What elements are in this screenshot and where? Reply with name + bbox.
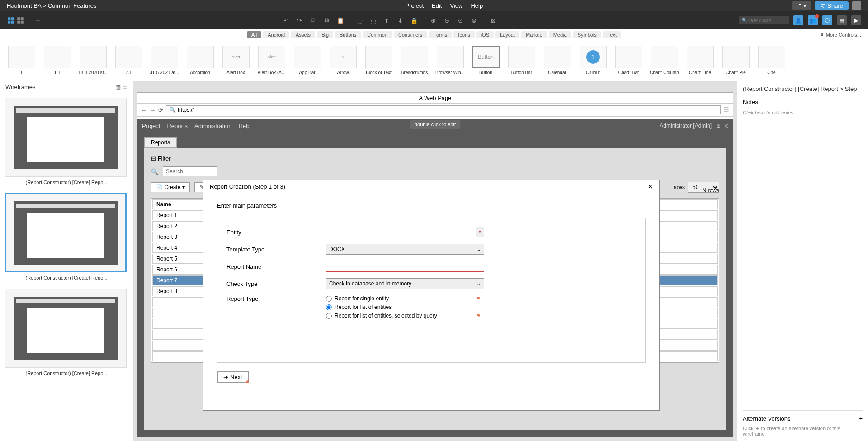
badge-info-icon[interactable]: ⓘ [822,15,832,25]
panel-grid-icon[interactable]: ▦ [115,84,121,90]
radio-list[interactable]: Report for list of entities [326,304,484,310]
filter-symbols[interactable]: Symbols [573,31,601,38]
lib-item-chart-column[interactable]: Chart: Column [647,46,681,75]
panel-list-icon[interactable]: ☰ [122,84,127,90]
notes-hint[interactable]: Click here to edit notes. [743,110,863,115]
breadcrumb-project[interactable]: Haulmont BA [7,2,41,9]
lib-item-breadcrumbs[interactable]: Breadcrumbs [397,46,431,75]
lib-item[interactable]: 31-5-2021 at... [147,46,181,75]
group-icon[interactable]: ⬚ [356,16,364,24]
zoom-fit-icon[interactable]: ⊙ [457,16,465,24]
ungroup-icon[interactable]: ⬚ [369,16,377,24]
more-controls-button[interactable]: ⬇ More Controls... [820,32,861,38]
create-button[interactable]: 📄 Create ▾ [151,182,190,192]
badge-user-icon[interactable]: 👤 [793,15,803,25]
app-menu-help[interactable]: Help [238,123,250,129]
lib-item-accordion[interactable]: Accordion [183,46,217,75]
back-icon[interactable]: ← [141,107,147,114]
entity-select[interactable]: ▼ [326,227,484,237]
lib-item-browser[interactable]: Browser Win... [433,46,467,75]
paste-icon[interactable]: ⧉ [323,16,331,24]
send-back-icon[interactable]: ⬇ [396,16,405,24]
filter-icons[interactable]: Icons [453,31,474,38]
badge-notification-icon[interactable]: 👥 [808,15,818,25]
zoom-actual-icon[interactable]: ⊚ [470,16,478,24]
avatar-icon[interactable] [852,1,861,10]
filter-media[interactable]: Media [549,31,571,38]
badge-present-icon[interactable]: ▶ [851,15,861,25]
filter-forms[interactable]: Forms [429,31,452,38]
bring-front-icon[interactable]: ⬆ [383,16,391,24]
filter-common[interactable]: Common [363,31,392,38]
wireframe-item[interactable]: (Report Constructor) [Create] Repo... [5,289,128,376]
url-field[interactable]: 🔍 https:// [166,105,721,114]
zoom-out-icon[interactable]: ⊖ [443,16,451,24]
windows-icon[interactable]: ⊞ [716,123,721,129]
filter-markup[interactable]: Markup [521,31,547,38]
breadcrumb-page[interactable]: Common Features [48,2,97,9]
lib-item[interactable]: 1 [5,46,38,75]
menu-project[interactable]: Project [406,2,424,9]
chevron-down-icon[interactable]: ▼ [476,227,484,237]
app-menu-project[interactable]: Project [142,123,160,129]
hamburger-icon[interactable]: ☰ [723,106,729,114]
lib-item-button[interactable]: ButtonButton [469,46,503,75]
filter-all[interactable]: All [247,31,261,38]
filter-ios[interactable]: iOS [476,31,494,38]
filter-text[interactable]: Text [603,31,621,38]
lib-item-calendar[interactable]: Calendar [540,46,574,75]
edit-button[interactable]: ▾ [792,1,811,10]
tab-reports[interactable]: Reports [144,137,177,148]
menu-help[interactable]: Help [471,2,483,9]
template-select[interactable]: DOCX⌄ [326,244,484,255]
app-menu-reports[interactable]: Reports [167,123,188,129]
reload-icon[interactable]: ⟳ [158,107,163,114]
copy-icon[interactable]: ⧉ [309,16,317,24]
redo-icon[interactable]: ↷ [296,16,304,24]
lib-item-alert-a[interactable]: AlertAlert Box (A... [255,46,288,75]
search-input[interactable] [163,166,217,176]
grid-view-icon[interactable] [7,16,15,24]
forward-icon[interactable]: → [150,107,156,114]
lock-icon[interactable]: 🔒 [410,16,418,24]
lib-item-chart-line[interactable]: Chart: Line [683,46,717,75]
lib-item-che[interactable]: Che [755,46,788,75]
radio-query[interactable]: Report for list of entities, selected by… [326,313,484,319]
clipboard-icon[interactable]: 📋 [336,16,344,24]
menu-edit[interactable]: Edit [432,2,442,9]
wireframe-item[interactable]: (Report Constructor) [Create] Repo... [5,98,128,185]
add-version-icon[interactable]: + [859,415,863,422]
filter-android[interactable]: Android [263,31,289,38]
share-button[interactable]: Share [815,1,849,10]
lib-item[interactable]: 1.1 [40,46,74,75]
logout-icon[interactable]: ⎋ [725,123,728,129]
lib-item-appbar[interactable]: App Bar [290,46,324,75]
lib-item-chart-pie[interactable]: Chart: Pie [719,46,753,75]
wireframe-item-selected[interactable]: (Report Constructor) [Create] Repo... [5,193,128,280]
markup-toggle-icon[interactable]: ⊠ [490,16,498,24]
thumbnail-view-icon[interactable] [16,16,24,24]
filter-containers[interactable]: Containers [394,31,427,38]
filter-buttons[interactable]: Buttons [335,31,361,38]
filter-layout[interactable]: Layout [495,31,519,38]
next-button[interactable]: ➔ Next [217,371,249,383]
lib-item-arrow[interactable]: ↘Arrow [326,46,360,75]
filter-big[interactable]: Big [317,31,333,38]
radio-single[interactable]: Report for single entity ⚑ [326,295,484,302]
check-type-select[interactable]: Check in database and in memory⌄ [326,278,484,289]
app-menu-admin[interactable]: Administration [194,123,231,129]
badge-panel-icon[interactable]: ▤ [837,15,847,25]
zoom-in-icon[interactable]: ⊕ [429,16,438,24]
lib-item-alert[interactable]: AlertAlert Box [219,46,253,75]
add-wireframe-icon[interactable]: + [36,16,41,25]
lib-item-chart-bar[interactable]: Chart: Bar [612,46,646,75]
lib-item-callout[interactable]: 1Callout [576,46,610,75]
filter-assets[interactable]: Assets [291,31,315,38]
lib-item[interactable]: 2.1 [112,46,146,75]
lib-item-buttonbar[interactable]: Button Bar [505,46,538,75]
lib-item[interactable]: 18-3-2020 at... [76,46,110,75]
report-name-input[interactable] [326,261,484,272]
canvas-area[interactable]: A Web Page ← → ⟳ 🔍 https:// ☰ Project Re… [133,81,737,441]
undo-icon[interactable]: ↶ [282,16,290,24]
lib-item-text[interactable]: Block of Text [362,46,396,75]
